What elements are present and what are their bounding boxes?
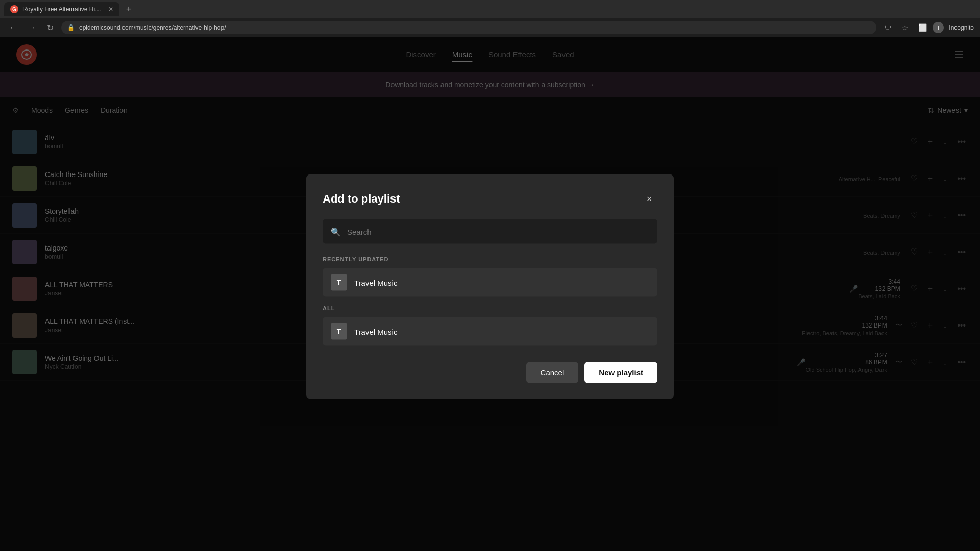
modal-close-button[interactable]: × [641,191,657,207]
forward-button[interactable]: → [24,20,39,35]
modal-title: Add to playlist [323,192,400,206]
modal-header: Add to playlist × [323,191,657,207]
recently-updated-label: RECENTLY UPDATED [323,256,657,262]
all-label: ALL [323,305,657,311]
back-button[interactable]: ← [6,20,20,35]
recently-updated-section: RECENTLY UPDATED T Travel Music [323,256,657,297]
reload-button[interactable]: ↻ [43,20,57,35]
tab-favicon: G [10,5,18,13]
incognito-label: Incognito [949,24,974,31]
playlist-name: Travel Music [354,278,397,287]
new-playlist-button[interactable]: New playlist [584,362,657,383]
browser-toolbar: ← → ↻ 🔒 epidemicsound.com/music/genres/a… [0,18,980,37]
search-bar: 🔍 [323,219,657,244]
add-to-playlist-modal: Add to playlist × 🔍 RECENTLY UPDATED T T… [306,174,674,399]
browser-chrome: G Royalty Free Alternative Hip Ho... ✕ +… [0,0,980,37]
search-icon: 🔍 [331,227,341,236]
tab-title: Royalty Free Alternative Hip Ho... [22,6,104,13]
modal-footer: Cancel New playlist [323,362,657,383]
tab-close-button[interactable]: ✕ [108,6,113,13]
star-icon[interactable]: ☆ [898,20,912,35]
search-input[interactable] [347,227,649,236]
recently-updated-playlist-item[interactable]: T Travel Music [323,268,657,297]
playlist-icon: T [331,323,347,340]
new-tab-button[interactable]: + [121,2,136,16]
cancel-button[interactable]: Cancel [526,362,579,383]
playlist-name: Travel Music [354,327,397,336]
profile-icon[interactable]: I [933,22,944,33]
address-text: epidemicsound.com/music/genres/alternati… [79,24,226,31]
browser-tabs: G Royalty Free Alternative Hip Ho... ✕ + [0,0,980,18]
screen-icon[interactable]: ⬜ [915,20,929,35]
all-playlist-item[interactable]: T Travel Music [323,317,657,346]
shield-icon: 🛡 [880,20,895,35]
all-section: ALL T Travel Music [323,305,657,346]
address-bar[interactable]: 🔒 epidemicsound.com/music/genres/alterna… [61,21,876,34]
playlist-icon: T [331,274,347,291]
toolbar-icons: 🛡 ☆ ⬜ I Incognito [880,20,974,35]
active-tab[interactable]: G Royalty Free Alternative Hip Ho... ✕ [4,2,119,16]
lock-icon: 🔒 [67,24,75,31]
